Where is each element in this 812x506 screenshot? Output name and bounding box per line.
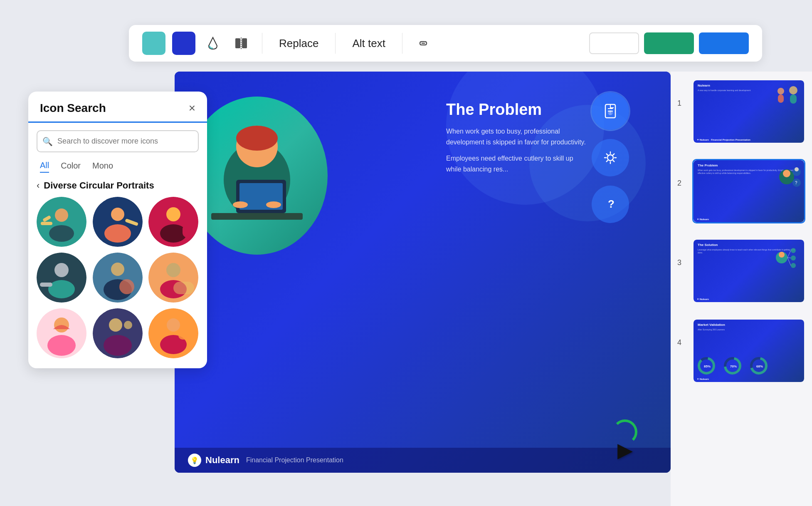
thumb1-logo: ✦ Nulearn Financial Projection Presentat… bbox=[697, 138, 750, 141]
replace-button[interactable]: Replace bbox=[272, 34, 325, 53]
svg-rect-16 bbox=[183, 224, 193, 238]
svg-rect-1 bbox=[242, 38, 247, 48]
color-pill-blue[interactable] bbox=[699, 32, 749, 54]
icon-item-4[interactable] bbox=[37, 253, 86, 303]
slide-title: The Problem bbox=[446, 101, 587, 119]
svg-text:?: ? bbox=[608, 198, 615, 210]
svg-rect-6 bbox=[49, 225, 74, 242]
svg-point-69 bbox=[791, 263, 796, 268]
thumb3-logo: ✦ Nulearn bbox=[697, 298, 709, 300]
color-swatch-2[interactable] bbox=[172, 32, 195, 55]
slide-icon-gear[interactable] bbox=[592, 139, 629, 176]
icon-item-3[interactable] bbox=[148, 197, 198, 247]
svg-point-24 bbox=[119, 279, 134, 294]
slide-logo: 💡 Nulearn bbox=[188, 454, 239, 467]
icon-item-7[interactable] bbox=[37, 308, 86, 358]
icon-item-2[interactable] bbox=[93, 197, 143, 247]
svg-point-35 bbox=[124, 321, 132, 329]
svg-rect-39 bbox=[178, 331, 193, 340]
svg-point-47 bbox=[266, 201, 281, 208]
svg-point-46 bbox=[233, 201, 248, 208]
icon-item-6[interactable] bbox=[148, 253, 198, 303]
thumb4-body: After Surveying 260 Learners bbox=[698, 328, 800, 331]
svg-rect-31 bbox=[47, 335, 76, 356]
thumb4-title: Market Validation bbox=[698, 323, 800, 327]
brand-name: Nulearn bbox=[205, 455, 239, 466]
svg-rect-58 bbox=[778, 94, 784, 103]
slide-person-illustration bbox=[186, 97, 328, 255]
icon-item-1[interactable] bbox=[37, 197, 86, 247]
svg-point-22 bbox=[111, 263, 124, 276]
svg-point-33 bbox=[109, 318, 122, 332]
slide-icon-document[interactable]: ! bbox=[592, 92, 629, 130]
svg-rect-11 bbox=[104, 224, 131, 243]
svg-text:70%: 70% bbox=[730, 365, 737, 368]
svg-point-55 bbox=[789, 86, 797, 94]
svg-point-37 bbox=[167, 318, 180, 332]
svg-point-18 bbox=[54, 263, 69, 277]
toolbar-divider-1 bbox=[262, 33, 262, 54]
slide-icon-question[interactable]: ? bbox=[592, 186, 629, 223]
toolbar: Replace Alt text bbox=[129, 25, 762, 62]
svg-point-42 bbox=[236, 126, 278, 151]
thumb4-logo: ✦ Nulearn bbox=[697, 377, 709, 380]
filter-all[interactable]: All bbox=[40, 159, 49, 173]
icon-item-9[interactable] bbox=[148, 308, 198, 358]
slide-num-2: 2 bbox=[677, 179, 687, 188]
search-icon: 🔍 bbox=[42, 136, 53, 146]
color-pill-green[interactable] bbox=[644, 32, 694, 54]
search-input[interactable] bbox=[37, 130, 199, 152]
color-pill-white[interactable] bbox=[589, 32, 639, 54]
svg-text:85%: 85% bbox=[704, 365, 711, 368]
svg-rect-19 bbox=[48, 280, 75, 298]
link-icon-btn[interactable] bbox=[412, 32, 434, 54]
svg-rect-28 bbox=[173, 282, 194, 294]
slide-thumb-3[interactable]: The Solution Leverage what employees alr… bbox=[692, 238, 805, 303]
icon-item-5[interactable] bbox=[93, 253, 143, 303]
slide-num-3: 3 bbox=[677, 258, 687, 267]
back-button[interactable]: ‹ bbox=[37, 180, 39, 191]
icon-search-panel: Icon Search × 🔍 All Color Mono ‹ Diverse… bbox=[28, 92, 207, 368]
icon-item-8[interactable] bbox=[93, 308, 143, 358]
slide-thumb-row-1: 1 Nulearn A new way to handle corporate … bbox=[677, 72, 805, 144]
toolbar-divider-3 bbox=[402, 33, 402, 54]
slides-panel: 1 Nulearn A new way to handle corporate … bbox=[671, 72, 812, 506]
svg-point-67 bbox=[791, 248, 796, 253]
svg-point-53 bbox=[607, 155, 613, 161]
svg-line-70 bbox=[787, 251, 791, 258]
slide-footer: 💡 Nulearn Financial Projection Presentat… bbox=[175, 448, 671, 473]
toolbar-right bbox=[589, 32, 749, 54]
alt-text-button[interactable]: Alt text bbox=[346, 34, 392, 53]
flip-icon-btn[interactable] bbox=[230, 32, 252, 54]
svg-rect-56 bbox=[790, 94, 797, 104]
icon-grid bbox=[28, 195, 207, 358]
slide-thumb-1[interactable]: Nulearn A new way to handle corporate le… bbox=[692, 79, 805, 144]
filter-tabs: All Color Mono bbox=[28, 152, 207, 176]
color-swatch-1[interactable] bbox=[142, 32, 165, 55]
svg-point-68 bbox=[791, 255, 796, 260]
panel-header: Icon Search × bbox=[28, 92, 207, 123]
filter-mono[interactable]: Mono bbox=[92, 159, 113, 173]
svg-point-60 bbox=[783, 170, 790, 177]
filter-color[interactable]: Color bbox=[61, 159, 81, 173]
svg-point-26 bbox=[166, 263, 180, 277]
svg-point-5 bbox=[55, 208, 68, 222]
category-header: ‹ Diverse Circular Portraits bbox=[28, 176, 207, 195]
svg-rect-7 bbox=[41, 222, 52, 225]
svg-line-71 bbox=[787, 258, 791, 258]
panel-close-button[interactable]: × bbox=[189, 102, 195, 114]
slide-num-4: 4 bbox=[677, 338, 687, 347]
svg-point-10 bbox=[111, 208, 124, 221]
slide-body-1: When work gets too busy, professional de… bbox=[446, 126, 587, 147]
slide-thumb-row-2: 2 The Problem When work gets too busy, p… bbox=[677, 151, 805, 224]
svg-text:68%: 68% bbox=[756, 365, 763, 368]
slide-thumb-2[interactable]: The Problem When work gets too busy, pro… bbox=[692, 159, 805, 224]
slide-thumb-4[interactable]: Market Validation After Surveying 260 Le… bbox=[692, 318, 805, 383]
panel-title: Icon Search bbox=[40, 102, 106, 115]
slide-canvas: ! ? The Problem When work gets too busy,… bbox=[175, 72, 671, 473]
svg-rect-0 bbox=[235, 38, 240, 48]
slide-body-2: Employees need effective cutlery to skil… bbox=[446, 153, 587, 174]
svg-point-62 bbox=[795, 167, 799, 171]
slide-thumb-row-4: 4 Market Validation After Surveying 260 … bbox=[677, 311, 805, 383]
fill-icon-btn[interactable] bbox=[202, 32, 224, 54]
